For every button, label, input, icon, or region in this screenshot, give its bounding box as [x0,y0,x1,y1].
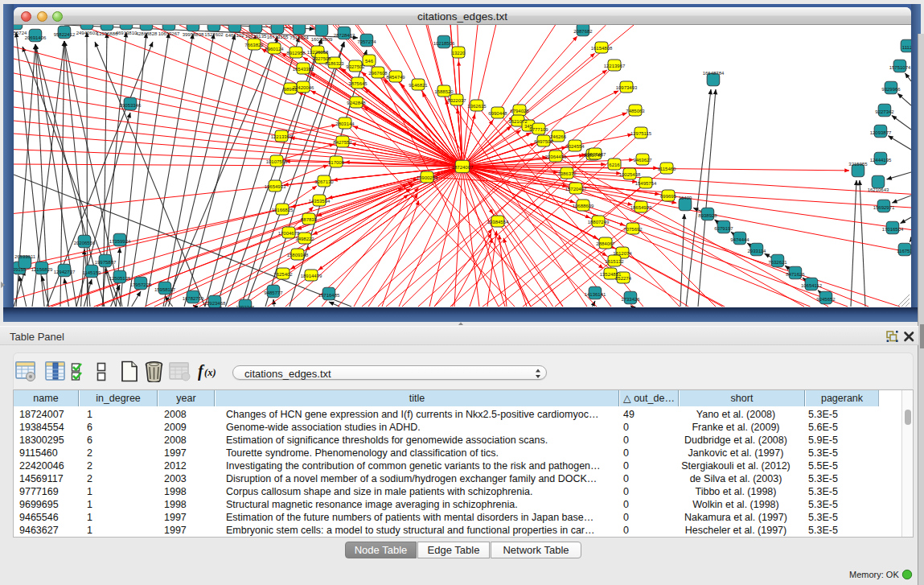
svg-text:9146821: 9146821 [409,83,428,88]
svg-text:7075692: 7075692 [623,227,643,232]
svg-text:8938928: 8938928 [698,213,717,218]
svg-text:12505135: 12505135 [109,276,131,281]
svg-text:2933114: 2933114 [748,249,767,253]
svg-text:8960124: 8960124 [265,47,284,51]
svg-text:9485777: 9485777 [264,290,283,295]
svg-text:13220: 13220 [452,51,466,56]
svg-text:1527602: 1527602 [204,32,224,37]
svg-text:3498222: 3498222 [295,237,314,241]
svg-text:3875645: 3875645 [348,81,368,86]
svg-text:16713155: 16713155 [267,35,289,39]
svg-text:9227342: 9227342 [875,109,894,114]
svg-text:28728463: 28728463 [334,33,355,38]
svg-text:18724007: 18724007 [452,165,474,170]
svg-text:(x): (x) [204,367,216,378]
svg-text:12923468: 12923468 [204,301,226,306]
svg-text:9777109: 9777109 [529,127,548,132]
svg-text:12942737: 12942737 [54,270,76,274]
svg-text:1588520: 1588520 [434,89,454,94]
svg-text:7515524: 7515524 [290,35,309,40]
svg-text:15751074: 15751074 [889,65,911,70]
svg-text:9245652: 9245652 [816,297,836,302]
svg-text:9115460: 9115460 [658,167,677,171]
svg-text:46913810: 46913810 [116,31,138,35]
svg-text:1615132: 1615132 [605,259,624,264]
svg-text:95822412: 95822412 [54,32,76,37]
svg-text:3024554: 3024554 [565,144,585,149]
svg-text:12975115: 12975115 [630,131,652,136]
svg-text:1292346: 1292346 [236,305,255,308]
svg-text:9242848: 9242848 [347,101,366,105]
svg-text:19654933: 19654933 [265,184,286,189]
svg-text:887833: 887833 [301,217,318,222]
svg-text:2884067: 2884067 [596,241,615,246]
svg-text:3215955: 3215955 [848,162,868,167]
svg-text:6794028: 6794028 [510,109,529,113]
svg-text:9474444: 9474444 [730,237,749,242]
svg-text:15958117: 15958117 [154,287,176,292]
svg-text:1362615: 1362615 [467,104,487,109]
svg-text:17359924: 17359924 [109,239,131,244]
svg-text:18807249: 18807249 [588,220,610,225]
svg-text:12444195: 12444195 [870,158,892,163]
svg-text:15900253: 15900253 [417,175,438,180]
svg-text:6990448: 6990448 [488,111,507,116]
svg-text:98961: 98961 [284,87,298,92]
svg-text:6379197: 6379197 [714,226,733,231]
svg-text:7632621: 7632621 [768,260,787,265]
svg-text:15716485: 15716485 [318,293,340,298]
svg-text:8186323: 8186323 [325,61,344,66]
svg-text:10218506: 10218506 [433,41,455,46]
svg-text:8471626: 8471626 [786,272,805,277]
svg-text:15720407: 15720407 [565,187,587,192]
svg-text:17957225: 17957225 [130,282,152,287]
svg-text:18654923: 18654923 [630,205,652,210]
svg-text:7357274: 7357274 [357,39,376,44]
svg-text:2967608: 2967608 [368,71,388,76]
svg-text:12093877: 12093877 [870,130,892,135]
svg-text:10688609: 10688609 [573,204,594,208]
svg-text:10653267: 10653267 [158,31,180,36]
svg-text:10654112: 10654112 [801,283,823,288]
svg-text:7663822: 7663822 [244,43,264,47]
svg-text:12213967: 12213967 [604,64,626,68]
svg-text:6497508: 6497508 [534,139,553,144]
svg-text:16154808: 16154808 [591,46,613,51]
svg-text:16543382: 16543382 [293,67,314,72]
svg-text:8912958: 8912958 [286,51,306,56]
svg-text:14136141: 14136141 [585,292,606,297]
svg-text:7386372: 7386372 [557,171,577,176]
svg-text:699695: 699695 [660,194,677,199]
svg-text:18914479: 18914479 [301,274,322,278]
svg-text:16782759: 16782759 [183,296,204,301]
svg-text:24942603: 24942603 [76,31,98,35]
svg-text:317006: 317006 [328,160,345,165]
svg-text:7485063: 7485063 [626,109,645,113]
svg-text:13226058: 13226058 [307,50,329,55]
svg-text:10025438: 10025438 [619,172,641,177]
svg-text:26533011: 26533011 [14,254,36,259]
svg-text:29053346: 29053346 [120,103,142,108]
svg-text:20691406: 20691406 [25,35,47,40]
svg-text:9463627: 9463627 [633,158,652,163]
svg-text:10719135: 10719135 [245,34,267,39]
svg-text:116753: 116753 [897,249,911,253]
svg-text:3267130: 3267130 [314,179,334,184]
svg-text:9327502: 9327502 [346,64,365,69]
svg-text:20206556: 20206556 [74,241,96,245]
svg-text:7625402: 7625402 [273,272,293,277]
svg-text:16648784: 16648784 [703,71,725,76]
svg-text:15692971: 15692971 [873,205,895,210]
svg-text:17004678: 17004678 [278,231,300,236]
svg-text:8427552: 8427552 [333,140,352,145]
svg-text:9329966: 9329966 [881,87,901,92]
svg-text:14353594: 14353594 [309,199,331,204]
svg-text:16409: 16409 [679,196,692,200]
svg-text:16033809: 16033809 [311,37,333,42]
svg-text:10807487: 10807487 [585,152,606,157]
svg-text:252274: 252274 [615,276,632,281]
svg-text:20364436: 20364436 [545,154,567,159]
svg-text:42868828: 42868828 [136,31,158,36]
svg-text:12156829: 12156829 [31,267,53,272]
svg-text:15495754: 15495754 [635,181,657,186]
